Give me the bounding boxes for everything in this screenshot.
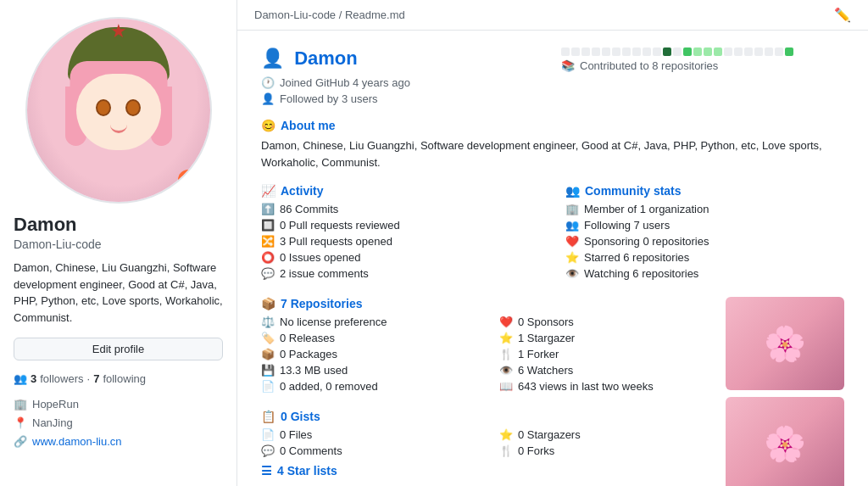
- contrib-cell: [704, 47, 712, 56]
- sidebar-username: Damon: [14, 214, 223, 236]
- issue-comments-item: 💬 2 issue comments: [261, 267, 540, 280]
- list-icon: ☰: [261, 464, 272, 478]
- community-label: Community stats: [585, 184, 682, 198]
- badge-icon: 🎮: [178, 170, 198, 190]
- eyes: [76, 99, 161, 116]
- gists-section: 📋 0 Gists 📄 0 Files 💬 0 Comments: [261, 410, 712, 461]
- packages-item: 📦 0 Packages: [261, 348, 474, 360]
- gists-link[interactable]: 0 Gists: [281, 410, 320, 423]
- files-item: 📄 0 Files: [261, 428, 474, 441]
- people-icon-2: 👥: [565, 184, 580, 198]
- commits-icon: ⬆️: [261, 203, 275, 215]
- edit-profile-button[interactable]: Edit profile: [14, 338, 223, 360]
- location-icon: 📍: [14, 416, 27, 429]
- forker-text: 1 Forker: [518, 348, 559, 360]
- contrib-cell: [653, 47, 661, 56]
- repos-section: 📦 7 Repositories ⚖️ No license preferenc…: [261, 297, 712, 396]
- fork-icon-2: 🍴: [499, 444, 513, 457]
- views-text: 643 views in last two weeks: [518, 380, 654, 393]
- mouth: [110, 125, 127, 133]
- watching-text: Watching 6 repositories: [584, 267, 698, 280]
- pr-reviewed-text: 0 Pull requests reviewed: [280, 219, 400, 232]
- thumbnail-column: 🌸 🌸: [726, 297, 844, 486]
- contrib-cell: [602, 47, 610, 56]
- contrib-cell: [612, 47, 620, 56]
- org-name: HopeRun: [32, 398, 79, 411]
- watching-item: 👁️ Watching 6 repositories: [565, 267, 844, 280]
- sponsoring-item: ❤️ Sponsoring 0 repositories: [565, 235, 844, 248]
- org-item: 🏢 HopeRun: [14, 397, 223, 411]
- edit-pencil-icon[interactable]: ✏️: [834, 7, 851, 23]
- community-title: 👥 Community stats: [565, 184, 844, 198]
- contrib-cell: [581, 47, 590, 56]
- profile-name-header: 👤 Damon: [261, 47, 544, 70]
- following-count: 7: [93, 372, 99, 385]
- activity-label: Activity: [281, 184, 324, 198]
- contrib-cell: [663, 47, 671, 56]
- location-item: 📍 NanJing: [14, 416, 223, 429]
- watchers-text: 6 Watchers: [518, 364, 573, 377]
- gist-stargazers-item: ⭐ 0 Stargazers: [499, 428, 712, 441]
- website-link[interactable]: www.damon-liu.cn: [32, 435, 122, 448]
- org-member-text: Member of 1 organization: [584, 203, 709, 215]
- issue-icon: ⭕: [261, 251, 275, 264]
- website-item[interactable]: 🔗 www.damon-liu.cn: [14, 434, 223, 448]
- starred-text: Starred 6 repositories: [584, 251, 689, 264]
- files-text: 0 Files: [280, 428, 312, 441]
- starred-item: ⭐ Starred 6 repositories: [565, 251, 844, 264]
- sidebar: ★ 🎮 Damon Damon-Liu-code Damon, Chinese,…: [0, 0, 237, 486]
- contrib-cell: [724, 47, 732, 56]
- heart-icon-2: ❤️: [499, 316, 513, 328]
- repos-left: ⚖️ No license preference 🏷️ 0 Releases 📦…: [261, 316, 474, 396]
- contrib-cell: [561, 47, 570, 56]
- gist-forks-text: 0 Forks: [518, 444, 554, 457]
- joined-row: 🕐 Joined GitHub 4 years ago: [261, 76, 544, 89]
- repos-gists-column: 📦 7 Repositories ⚖️ No license preferenc…: [261, 297, 712, 486]
- eye-icon: 👁️: [565, 267, 579, 280]
- diff-icon: 📄: [261, 380, 275, 393]
- org-member-icon: 🏢: [565, 203, 579, 215]
- joined-text: Joined GitHub 4 years ago: [280, 76, 410, 89]
- face: [76, 74, 161, 150]
- contrib-cell: [785, 47, 793, 56]
- comment-icon: 💬: [261, 267, 275, 280]
- followers-label: followers: [40, 372, 83, 385]
- eye-left: [96, 99, 111, 116]
- breadcrumb-bar: Damon-Liu-code / Readme.md ✏️: [237, 0, 868, 31]
- storage-icon: 💾: [261, 364, 275, 377]
- contrib-cell: [571, 47, 580, 56]
- pr-opened-item: 🔀 3 Pull requests opened: [261, 235, 540, 248]
- gist-comments-text: 0 Comments: [280, 444, 342, 457]
- issue-comments-text: 2 issue comments: [280, 267, 369, 280]
- thumbnail-top: 🌸: [726, 297, 844, 390]
- followed-text: Followed by 3 users: [280, 92, 378, 105]
- contrib-cell: [592, 47, 600, 56]
- thumbnail-anime-top: 🌸: [726, 297, 844, 390]
- stargazer-item: ⭐ 1 Stargazer: [499, 332, 712, 344]
- starlists-title: ☰ 4 Star lists: [261, 464, 712, 478]
- smiley-icon: 😊: [261, 119, 275, 132]
- gist-icon: 📋: [261, 410, 275, 423]
- following-label: following: [103, 372, 146, 385]
- stargazer-text: 1 Stargazer: [518, 332, 575, 344]
- link-icon: 🔗: [14, 434, 27, 448]
- repos-link[interactable]: 7 Repositories: [281, 297, 362, 310]
- contributed-row: 📚 Contributed to 8 repositories: [561, 59, 844, 72]
- followed-row: 👤 Followed by 3 users: [261, 92, 544, 105]
- following-users-item: 👥 Following 7 users: [565, 219, 844, 232]
- following-users-text: Following 7 users: [584, 219, 670, 232]
- followers-row: 👥 3 followers · 7 following: [14, 372, 223, 385]
- contrib-cell: [683, 47, 692, 56]
- starlists-link[interactable]: 4 Star lists: [277, 464, 337, 478]
- license-text: No license preference: [280, 316, 387, 328]
- sponsors-item: ❤️ 0 Sponsors: [499, 316, 712, 328]
- releases-text: 0 Releases: [280, 332, 335, 344]
- forker-item: 🍴 1 Forker: [499, 348, 712, 360]
- about-title: 😊 About me: [261, 119, 844, 132]
- clock-icon: 🕐: [261, 76, 275, 89]
- main-content: Damon-Liu-code / Readme.md ✏️ 👤 Damon 🕐 …: [237, 0, 868, 486]
- people-icon: 👥: [14, 372, 27, 385]
- contrib-cell: [622, 47, 631, 56]
- sidebar-handle: Damon-Liu-code: [14, 237, 223, 251]
- breadcrumb: Damon-Liu-code / Readme.md: [254, 8, 405, 21]
